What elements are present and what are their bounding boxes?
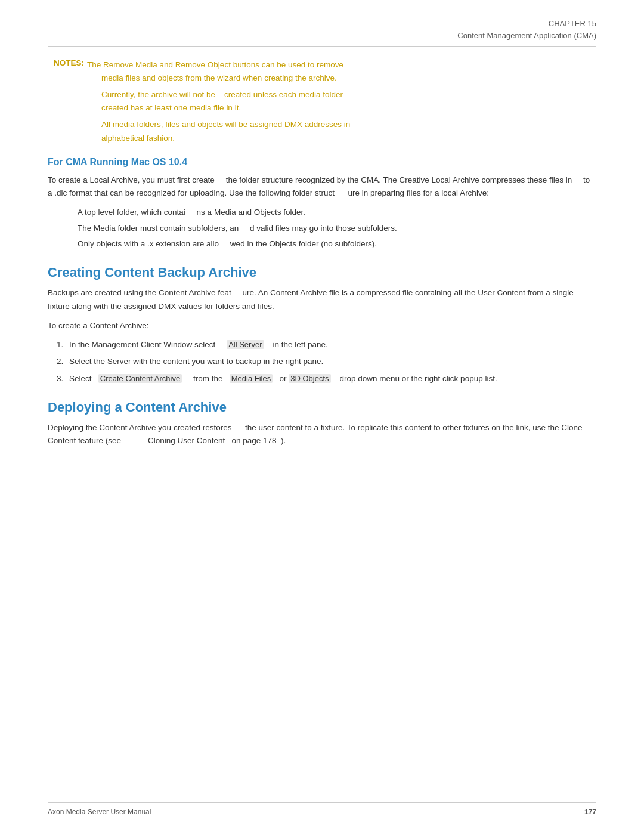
page-header: CHAPTER 15 Content Management Applicatio… [48, 18, 596, 47]
chapter-subtitle: Content Management Application (CMA) [457, 31, 596, 40]
notes-block: NOTES: The Remove Media and Remove Objec… [48, 58, 596, 145]
creating-section-heading: Creating Content Backup Archive [48, 265, 596, 280]
creating-to-create: To create a Content Archive: [48, 319, 596, 332]
creating-step-1: In the Management Client Window select A… [66, 338, 596, 351]
mac-list-item-2: The Media folder must contain subfolders… [78, 222, 596, 235]
mac-section: For CMA Running Mac OS 10.4 To create a … [48, 157, 596, 251]
notes-indented-1: media files and objects from the wizard … [54, 72, 596, 85]
notes-line-1: The Remove Media and Remove Object butto… [87, 58, 343, 72]
mac-indented-list: A top level folder, which contai ns a Me… [48, 206, 596, 251]
page-footer: Axon Media Server User Manual 177 [48, 802, 596, 816]
chapter-label: CHAPTER 15 Content Management Applicatio… [48, 18, 596, 41]
deploying-section: Deploying a Content Archive Deploying th… [48, 400, 596, 448]
mac-section-heading: For CMA Running Mac OS 10.4 [48, 157, 596, 168]
notes-label: NOTES: [54, 58, 84, 72]
creating-intro: Backups are created using the Content Ar… [48, 286, 596, 313]
mac-paragraph-1: To create a Local Archive, you must firs… [48, 174, 596, 200]
creating-step-3: Select Create Content Archive from the M… [66, 372, 596, 385]
creating-step-2: Select the Server with the content you w… [66, 355, 596, 368]
mac-list-item-1: A top level folder, which contai ns a Me… [78, 206, 596, 219]
mac-list-item-3: Only objects with a .x extension are all… [78, 237, 596, 251]
page-container: CHAPTER 15 Content Management Applicatio… [0, 0, 644, 828]
deploying-section-heading: Deploying a Content Archive [48, 400, 596, 415]
notes-first-line: NOTES: The Remove Media and Remove Objec… [54, 58, 596, 72]
creating-section: Creating Content Backup Archive Backups … [48, 265, 596, 385]
creating-steps-list: In the Management Client Window select A… [48, 338, 596, 385]
footer-manual-name: Axon Media Server User Manual [48, 808, 151, 816]
notes-indented-3: All media folders, files and objects wil… [54, 118, 596, 145]
notes-indented-2: Currently, the archive will not be creat… [54, 88, 596, 115]
deploying-paragraph: Deploying the Content Archive you create… [48, 421, 596, 448]
chapter-number: CHAPTER 15 [549, 19, 596, 28]
footer-page-number: 177 [584, 808, 596, 816]
